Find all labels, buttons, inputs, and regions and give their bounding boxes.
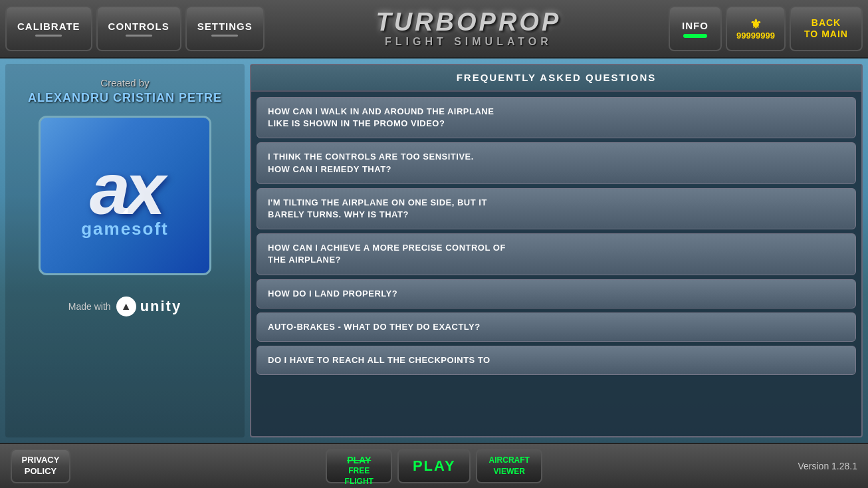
info-status-indicator [683,34,707,38]
info-button[interactable]: INFO [669,6,722,51]
aircraft-top: AIRCRAFT [487,455,532,466]
faq-question: HOW CAN I ACHIEVE A MORE PRECISE CONTROL… [268,242,845,266]
faq-item[interactable]: I THINK THE CONTROLS ARE TOO SENSITIVE.H… [257,142,856,183]
made-with-area: Made with ▲ unity [68,297,181,316]
faq-item[interactable]: HOW DO I LAND PROPERLY? [257,279,856,308]
faq-question: I'M TILTING THE AIRPLANE ON ONE SIDE, BU… [268,197,845,221]
unity-icon: ▲ [116,297,136,316]
created-by-label: Created by [100,77,149,88]
logo-letters: ax [90,152,160,225]
faq-question: DO I HAVE TO REACH ALL THE CHECKPOINTS T… [268,354,845,366]
faq-question: I THINK THE CONTROLS ARE TOO SENSITIVE.H… [268,151,845,175]
gamesoft-logo-box: ax gamesoft [39,116,211,275]
calibrate-label: CALIBRATE [17,21,80,32]
back-to-main-button[interactable]: BACKTO MAIN [790,6,863,51]
creator-name: ALEXANDRU CRISTIAN PETRE [28,91,222,105]
faq-header: FREQUENTLY ASKED QUESTIONS [251,65,861,92]
btn-decoration [126,35,152,37]
privacy-policy-button[interactable]: PRIVACYPOLICY [11,449,70,483]
coins-button[interactable]: ⚜ 99999999 [726,6,786,51]
unity-text: unity [140,298,182,315]
faq-item[interactable]: I'M TILTING THE AIRPLANE ON ONE SIDE, BU… [257,188,856,229]
info-label: INFO [682,20,708,31]
coins-value: 99999999 [736,31,775,41]
faq-item[interactable]: HOW CAN I ACHIEVE A MORE PRECISE CONTROL… [257,233,856,275]
controls-button[interactable]: CONTROLS [96,6,181,51]
bottom-center-controls: PLAY FREE FLIGHT PLAY AIRCRAFT VIEWER [70,449,798,483]
main-content: Created by ALEXANDRU CRISTIAN PETRE ax g… [0,59,868,443]
privacy-label: PRIVACYPOLICY [22,455,60,476]
made-with-label: Made with [68,301,111,312]
play-free-flight-button[interactable]: PLAY FREE FLIGHT [326,449,392,483]
faq-item[interactable]: AUTO-BRAKES - WHAT DO THEY DO EXACTLY? [257,312,856,342]
right-controls: INFO ⚜ 99999999 BACKTO MAIN [669,6,863,51]
settings-label: SETTINGS [197,21,253,32]
faq-item[interactable]: HOW CAN I WALK IN AND AROUND THE AIRPLAN… [257,97,856,138]
btn-decoration [35,35,62,37]
coins-icon: ⚜ [750,17,762,31]
faq-question: HOW CAN I WALK IN AND AROUND THE AIRPLAN… [268,106,845,130]
aircraft-bottom: VIEWER [487,466,532,477]
btn-decoration [211,35,238,37]
back-label: BACKTO MAIN [804,17,848,40]
play-button[interactable]: PLAY [397,449,471,483]
faq-question: HOW DO I LAND PROPERLY? [268,288,845,300]
version-text: Version 1.28.1 [798,461,857,471]
aircraft-viewer-button[interactable]: AIRCRAFT VIEWER [476,449,542,483]
logo-brand: gamesoft [81,219,169,239]
app-title-main: TURBOPROP [376,9,561,35]
bottom-bar: PRIVACYPOLICY PLAY FREE FLIGHT PLAY AIRC… [0,443,868,488]
faq-question: AUTO-BRAKES - WHAT DO THEY DO EXACTLY? [268,321,845,333]
controls-label: CONTROLS [108,21,169,32]
unity-logo: ▲ unity [116,297,182,316]
faq-panel: FREQUENTLY ASKED QUESTIONS HOW CAN I WAL… [250,64,863,437]
faq-header-text: FREQUENTLY ASKED QUESTIONS [457,72,657,83]
app-title-sub: FLIGHT SIMULATOR [385,36,552,48]
faq-list: HOW CAN I WALK IN AND AROUND THE AIRPLAN… [251,92,861,436]
settings-button[interactable]: SETTINGS [185,6,265,51]
play-free-top: PLAY [336,454,381,466]
calibrate-button[interactable]: CALIBRATE [5,6,92,51]
faq-item[interactable]: DO I HAVE TO REACH ALL THE CHECKPOINTS T… [257,346,856,375]
left-panel: Created by ALEXANDRU CRISTIAN PETRE ax g… [5,64,245,437]
app-title-area: TURBOPROP FLIGHT SIMULATOR [269,9,669,48]
play-free-bottom: FREE FLIGHT [336,466,381,487]
top-navigation-bar: CALIBRATE CONTROLS SETTINGS TURBOPROP FL… [0,0,868,59]
play-label: PLAY [413,457,456,474]
